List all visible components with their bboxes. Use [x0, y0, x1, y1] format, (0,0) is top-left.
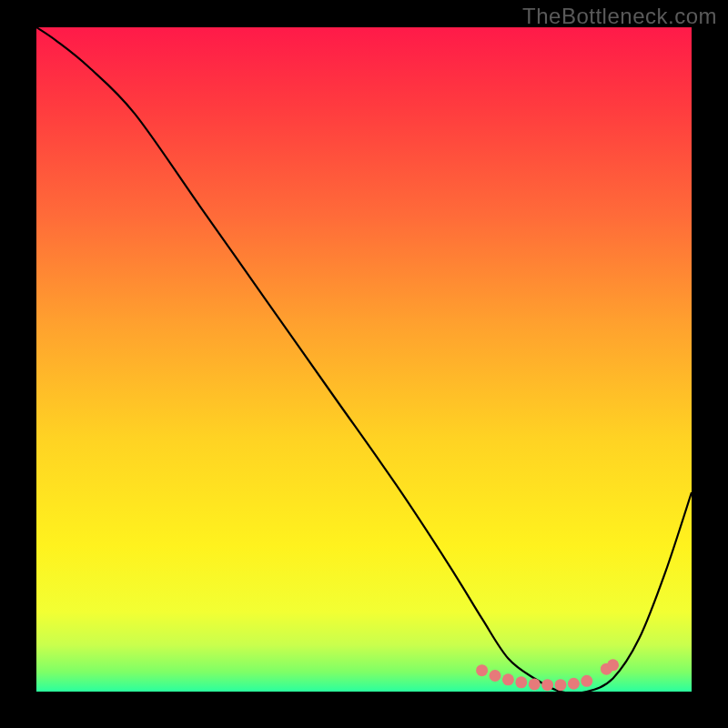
valley-marker: [490, 670, 501, 682]
chart-svg: [36, 27, 692, 692]
watermark-text: TheBottleneck.com: [522, 4, 717, 29]
valley-marker: [555, 679, 567, 691]
chart-frame: TheBottleneck.com: [0, 0, 728, 728]
valley-marker: [581, 675, 592, 687]
plot-area: [36, 27, 692, 692]
valley-marker: [502, 673, 514, 685]
valley-marker: [607, 659, 619, 671]
valley-marker: [515, 676, 527, 688]
valley-marker: [541, 679, 553, 691]
valley-marker: [476, 664, 488, 676]
gradient-background: [36, 27, 692, 692]
valley-marker: [529, 678, 541, 690]
valley-marker: [568, 678, 580, 690]
